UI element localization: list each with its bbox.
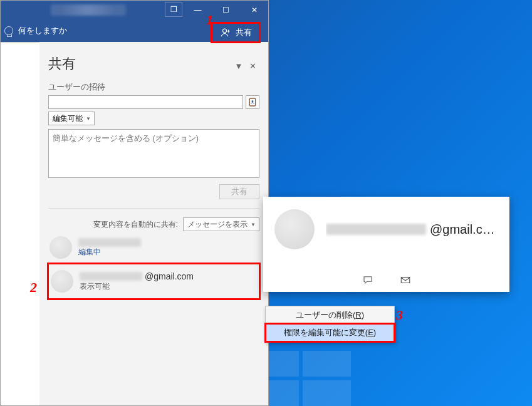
address-book-icon: [248, 97, 258, 107]
mail-icon[interactable]: [399, 274, 412, 286]
divider: [48, 208, 259, 209]
svg-rect-7: [401, 278, 410, 283]
annotation-2: 2: [30, 279, 37, 296]
user-status: 表示可能: [80, 281, 194, 292]
tell-me-input[interactable]: 何をしますか: [18, 25, 67, 36]
shared-user-row[interactable]: @gmail.com 表示可能: [48, 264, 259, 299]
menu-item-remove-user[interactable]: ユーザーの削除(R): [266, 306, 394, 324]
pane-options-button[interactable]: ▼: [232, 59, 246, 73]
user-email-suffix: @gmail.com: [145, 271, 194, 281]
share-pane-title: 共有: [48, 52, 232, 80]
context-menu: ユーザーの削除(R) 権限を編集可能に変更(E): [265, 306, 395, 342]
share-button[interactable]: 共有: [212, 23, 259, 42]
permission-select[interactable]: 編集可能: [48, 112, 95, 125]
annotation-1: 1: [206, 12, 213, 28]
word-window: ❐ — ☐ ✕ 何をしますか 共有 1 共有 ▼ ✕ ユーザーの招待: [0, 0, 269, 406]
auto-share-select[interactable]: メッセージを表示: [183, 217, 259, 231]
share-pane: 共有 ▼ ✕ ユーザーの招待 編集可能 共有: [39, 46, 268, 405]
title-bar: ❐ — ☐ ✕: [1, 1, 268, 19]
lightbulb-icon: [4, 26, 13, 35]
svg-point-0: [223, 29, 227, 33]
user-status[interactable]: 編集中: [78, 247, 141, 258]
auto-share-label: 変更内容を自動的に共有:: [93, 219, 178, 230]
permission-selected-value: 編集可能: [53, 113, 83, 124]
auto-share-selected-value: メッセージを表示: [187, 220, 248, 229]
avatar: [51, 270, 73, 293]
address-book-button[interactable]: [246, 95, 259, 109]
document-title-blurred: [51, 4, 126, 16]
avatar: [50, 236, 72, 259]
message-textarea[interactable]: [48, 129, 259, 178]
share-button-label: 共有: [236, 27, 252, 38]
chat-icon[interactable]: [362, 274, 374, 286]
close-window-button[interactable]: ✕: [240, 1, 268, 19]
pane-close-button[interactable]: ✕: [246, 59, 259, 73]
contact-email-suffix: @gmail.c…: [430, 222, 495, 237]
shared-user-row[interactable]: 編集中: [48, 231, 259, 264]
avatar: [274, 209, 315, 249]
user-name-blurred: [80, 272, 142, 281]
ribbon-display-options-button[interactable]: ❐: [165, 2, 182, 17]
invite-users-input[interactable]: [48, 95, 243, 109]
invite-label: ユーザーの招待: [48, 82, 259, 93]
contact-name-blurred: [326, 224, 426, 235]
user-name-blurred: [78, 238, 141, 247]
svg-point-3: [252, 100, 254, 102]
document-area: [1, 42, 39, 405]
share-person-icon: [219, 27, 232, 38]
menu-item-change-to-editable[interactable]: 権限を編集可能に変更(E): [266, 324, 394, 341]
share-submit-button[interactable]: 共有: [219, 184, 259, 199]
annotation-3: 3: [396, 307, 403, 323]
contact-card: @gmail.c…: [263, 197, 509, 292]
maximize-button[interactable]: ☐: [212, 1, 240, 19]
